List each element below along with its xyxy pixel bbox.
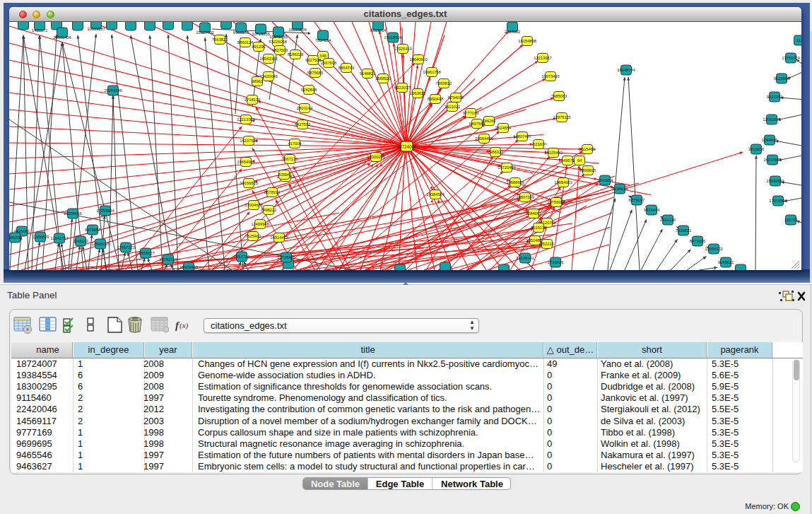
svg-text:6966160: 6966160: [233, 30, 249, 35]
svg-text:1640954: 1640954: [597, 178, 613, 182]
svg-text:19756928: 19756928: [547, 200, 565, 204]
svg-text:5875685: 5875685: [307, 71, 324, 75]
svg-text:(x): (x): [180, 321, 189, 330]
svg-text:2487682: 2487682: [505, 30, 521, 34]
svg-text:14136141: 14136141: [516, 256, 534, 260]
svg-text:12409948: 12409948: [251, 222, 269, 226]
svg-text:8471636: 8471636: [690, 239, 706, 243]
svg-text:2933114: 2933114: [660, 218, 676, 222]
svg-text:16671355: 16671355: [269, 35, 288, 39]
svg-text:2803144: 2803144: [297, 106, 313, 110]
svg-text:3215956: 3215956: [748, 147, 765, 151]
svg-text:7663822: 7663822: [212, 37, 228, 42]
svg-text:12505135: 12505135: [91, 242, 110, 246]
svg-text:16914479: 16914479: [270, 235, 288, 240]
svg-text:9242848: 9242848: [301, 88, 317, 92]
svg-text:116753: 116753: [784, 218, 798, 222]
svg-text:53226058: 53226058: [269, 40, 287, 44]
svg-text:1621022: 1621022: [445, 105, 461, 109]
svg-text:13751074: 13751074: [782, 56, 800, 60]
svg-text:19384554: 19384554: [426, 192, 445, 197]
svg-text:9827509: 9827509: [272, 48, 288, 52]
svg-text:10973493: 10973493: [541, 74, 560, 78]
svg-text:6497568: 6497568: [469, 122, 486, 126]
svg-text:9245612: 9245612: [718, 260, 734, 264]
svg-text:9777169: 9777169: [463, 111, 479, 115]
svg-text:8578312: 8578312: [264, 190, 281, 194]
svg-text:6794028: 6794028: [448, 95, 464, 100]
svg-text:10807487: 10807487: [513, 134, 531, 139]
svg-text:13716485: 13716485: [277, 255, 295, 259]
svg-text:7485063: 7485063: [551, 94, 567, 98]
svg-text:19654963: 19654963: [237, 160, 255, 164]
svg-text:12923448: 12923448: [180, 265, 198, 269]
svg-text:16648784: 16648784: [617, 68, 635, 72]
svg-text:19654923: 19654923: [554, 180, 572, 185]
svg-text:9129906: 9129906: [774, 76, 790, 81]
svg-text:9227342: 9227342: [767, 95, 783, 99]
svg-text:2718179: 2718179: [245, 98, 261, 102]
svg-text:9327508: 9327508: [305, 58, 322, 62]
svg-text:19218506: 19218506: [384, 35, 402, 40]
svg-text:26053346: 26053346: [104, 88, 122, 93]
svg-text:12213957: 12213957: [534, 56, 552, 60]
svg-text:1145113: 1145113: [73, 239, 88, 243]
svg-text:18807249: 18807249: [516, 195, 534, 199]
svg-text:3624554: 3624554: [495, 126, 512, 130]
svg-text:6322037: 6322037: [394, 86, 411, 90]
svg-text:20364436: 20364436: [475, 136, 493, 141]
svg-text:15692931: 15692931: [766, 179, 784, 183]
svg-text:252214: 252214: [540, 242, 554, 246]
svg-text:16033809: 16033809: [288, 28, 307, 32]
svg-text:7857224: 7857224: [315, 38, 331, 42]
svg-text:9115460: 9115460: [579, 147, 596, 151]
svg-text:20206556: 20206556: [64, 211, 82, 216]
svg-text:18724007: 18724007: [397, 144, 417, 149]
svg-text:17359924: 17359924: [96, 209, 114, 213]
svg-text:1588520: 1588520: [375, 76, 392, 81]
svg-text:10025453: 10025453: [544, 151, 563, 155]
svg-text:12093872: 12093872: [763, 117, 781, 122]
svg-text:8813054: 8813054: [370, 28, 387, 33]
svg-text:417004: 417004: [288, 141, 302, 146]
svg-text:10688609: 10688609: [506, 180, 524, 185]
svg-text:12213369: 12213369: [237, 117, 255, 122]
svg-text:9975887: 9975887: [85, 228, 101, 232]
svg-text:16782759: 16782759: [159, 257, 177, 262]
svg-text:16543382: 16543382: [259, 57, 278, 61]
svg-text:39159: 39159: [9, 235, 21, 240]
svg-text:15720407: 15720407: [498, 165, 516, 170]
svg-text:11156829: 11156829: [32, 235, 49, 239]
svg-text:8454749: 8454749: [339, 66, 355, 70]
svg-text:7632621: 7632621: [676, 228, 692, 233]
svg-text:111: 111: [796, 38, 801, 42]
svg-text:16107554: 16107554: [240, 139, 258, 143]
svg-text:6879197: 6879197: [629, 198, 645, 202]
svg-text:1498222: 1498222: [261, 208, 277, 212]
svg-text:17004678: 17004678: [245, 203, 263, 207]
svg-text:3267130: 3267130: [282, 157, 298, 161]
svg-text:15327602: 15327602: [196, 30, 214, 35]
svg-text:2367608: 2367608: [321, 61, 337, 65]
svg-text:18640910: 18640910: [409, 57, 428, 62]
svg-text:98961: 98961: [252, 79, 264, 83]
svg-text:9474444: 9474444: [644, 208, 660, 212]
svg-text:17016504: 17016504: [769, 199, 787, 203]
svg-text:6899695: 6899695: [580, 168, 596, 173]
svg-text:1615132: 1615132: [531, 226, 547, 230]
svg-text:12975115: 12975115: [553, 115, 571, 119]
svg-text:16154838: 16154838: [518, 39, 536, 43]
svg-text:10654122: 10654122: [705, 247, 723, 251]
svg-text:8938913: 8938913: [612, 187, 628, 191]
svg-text:10653287: 10653287: [87, 27, 105, 31]
svg-text:8427552: 8427552: [295, 122, 311, 127]
svg-text:10958127: 10958127: [136, 251, 155, 255]
svg-text:64: 64: [577, 158, 582, 163]
svg-text:1244415: 1244415: [762, 138, 778, 142]
svg-text:16961758: 16961758: [423, 70, 441, 74]
svg-text:9457791: 9457791: [234, 255, 250, 259]
svg-text:1405571: 1405571: [32, 28, 48, 33]
svg-text:10719155: 10719155: [252, 32, 270, 36]
svg-text:9084067: 9084067: [526, 211, 542, 216]
svg-text:7955812: 7955812: [436, 81, 452, 86]
